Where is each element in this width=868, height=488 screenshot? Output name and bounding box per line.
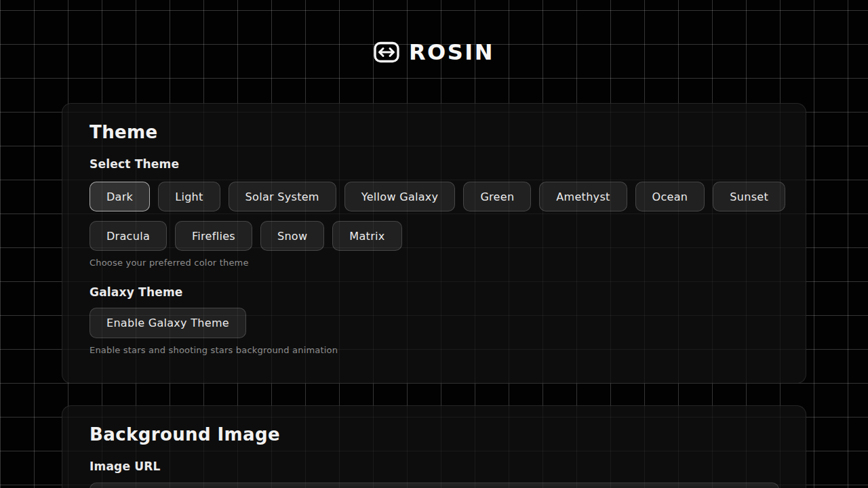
theme-button-solar-system[interactable]: Solar System (229, 182, 336, 211)
galaxy-theme-helper: Enable stars and shooting stars backgrou… (90, 345, 778, 356)
theme-button-dracula[interactable]: Dracula (90, 221, 167, 251)
select-theme-helper: Choose your preferred color theme (90, 258, 778, 268)
theme-button-light[interactable]: Light (158, 182, 220, 211)
theme-button-ocean[interactable]: Ocean (635, 182, 705, 211)
app-header: ROSIN (0, 39, 868, 65)
image-url-label: Image URL (90, 459, 778, 474)
theme-buttons-row-1: Dark Light Solar System Yellow Galaxy Gr… (90, 182, 778, 211)
theme-button-yellow-galaxy[interactable]: Yellow Galaxy (344, 182, 456, 211)
theme-card-heading: Theme (90, 121, 778, 143)
image-url-input[interactable] (90, 483, 779, 488)
background-image-heading: Background Image (90, 424, 778, 445)
background-image-card: Background Image Image URL (62, 405, 806, 488)
theme-buttons-row-2: Dracula Fireflies Snow Matrix (90, 221, 778, 251)
theme-button-green[interactable]: Green (463, 182, 531, 211)
theme-button-sunset[interactable]: Sunset (713, 182, 785, 211)
theme-button-matrix[interactable]: Matrix (332, 221, 401, 251)
select-theme-label: Select Theme (90, 157, 778, 171)
app-title: ROSIN (409, 39, 494, 65)
enable-galaxy-theme-button[interactable]: Enable Galaxy Theme (90, 308, 246, 338)
theme-button-amethyst[interactable]: Amethyst (539, 182, 627, 211)
galaxy-theme-label: Galaxy Theme (90, 285, 778, 300)
double-headed-arrow-icon (374, 41, 399, 63)
theme-settings-card: Theme Select Theme Dark Light Solar Syst… (62, 103, 806, 384)
theme-button-fireflies[interactable]: Fireflies (175, 221, 252, 251)
theme-button-snow[interactable]: Snow (260, 221, 324, 251)
theme-button-dark[interactable]: Dark (90, 182, 150, 211)
